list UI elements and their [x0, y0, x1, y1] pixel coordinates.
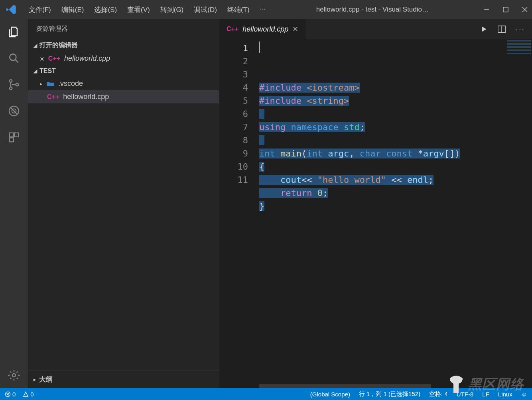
svg-rect-8 — [14, 133, 18, 137]
split-editor-icon[interactable] — [497, 25, 506, 34]
horizontal-scrollbar[interactable] — [259, 384, 431, 388]
open-editors-label: 打开的编辑器 — [39, 41, 78, 50]
chevron-down-icon: ◢ — [33, 43, 37, 48]
chevron-down-icon: ◢ — [33, 68, 37, 74]
main-area: 资源管理器 ◢ 打开的编辑器 ✕ C++ helloworld.cpp ◢ TE… — [0, 19, 532, 388]
file-item-helloworld[interactable]: C++ helloworld.cpp — [28, 90, 219, 103]
chevron-right-icon: ▸ — [40, 81, 42, 87]
menu-debug[interactable]: 调试(D) — [190, 4, 221, 16]
menu-go[interactable]: 转到(G) — [156, 4, 188, 16]
activity-settings[interactable] — [7, 368, 21, 382]
line-gutter: 1234567891011 — [219, 39, 259, 388]
sidebar-explorer: 资源管理器 ◢ 打开的编辑器 ✕ C++ helloworld.cpp ◢ TE… — [28, 19, 219, 388]
tab-label: helloworld.cpp — [242, 25, 288, 34]
folder-name: .vscode — [58, 79, 83, 88]
code-editor[interactable]: 1234567891011 #include <iostream>#includ… — [219, 39, 532, 388]
svg-point-4 — [16, 83, 19, 86]
status-bar: 0 0 (Global Scope) 行 1，列 1 (已选择152) 空格: … — [0, 388, 532, 400]
file-name: helloworld.cpp — [63, 93, 109, 101]
window-controls — [483, 6, 528, 13]
activity-explorer[interactable] — [7, 25, 21, 39]
vscode-logo-icon — [6, 4, 17, 15]
open-editor-name: helloworld.cpp — [64, 54, 110, 63]
activity-extensions[interactable] — [7, 130, 21, 145]
status-warnings[interactable]: 0 — [23, 391, 33, 398]
tree: ◢ 打开的编辑器 ✕ C++ helloworld.cpp ◢ TEST ▸ .… — [28, 39, 219, 103]
extensions-icon — [8, 131, 20, 143]
error-count: 0 — [12, 391, 16, 398]
svg-rect-0 — [503, 7, 508, 12]
menu-view[interactable]: 查看(V) — [123, 4, 154, 16]
section-workspace[interactable]: ◢ TEST — [28, 65, 219, 77]
activity-debug[interactable] — [7, 104, 21, 118]
open-editor-item[interactable]: ✕ C++ helloworld.cpp — [28, 52, 219, 65]
menu-bar: 文件(F) 编辑(E) 选择(S) 查看(V) 转到(G) 调试(D) 终端(T… — [25, 4, 270, 16]
svg-rect-7 — [10, 133, 14, 137]
gear-icon — [8, 369, 20, 382]
run-icon[interactable] — [480, 25, 488, 33]
text-cursor — [259, 42, 260, 53]
debug-disabled-icon — [8, 105, 20, 117]
svg-rect-9 — [10, 138, 14, 142]
minimize-icon[interactable] — [483, 6, 490, 13]
files-icon — [8, 26, 20, 38]
menu-overflow[interactable]: ··· — [256, 4, 270, 16]
cpp-icon: C++ — [47, 93, 59, 101]
error-icon — [5, 391, 11, 397]
workspace-name: TEST — [39, 67, 56, 75]
svg-point-3 — [10, 87, 12, 90]
search-icon — [8, 52, 20, 65]
close-icon[interactable] — [522, 6, 528, 13]
svg-point-1 — [10, 54, 16, 60]
tab-close-icon[interactable]: ✕ — [292, 25, 298, 34]
status-feedback[interactable]: ☺ — [521, 391, 527, 398]
status-lang[interactable]: Linux — [498, 391, 512, 398]
menu-terminal[interactable]: 终端(T) — [223, 4, 254, 16]
editor-actions: ··· — [480, 19, 532, 39]
titlebar: 文件(F) 编辑(E) 选择(S) 查看(V) 转到(G) 调试(D) 终端(T… — [0, 0, 532, 19]
chevron-right-icon: ▸ — [33, 377, 36, 382]
activity-scm[interactable] — [7, 77, 21, 92]
more-actions-icon[interactable]: ··· — [516, 25, 525, 34]
activity-bar — [0, 19, 28, 388]
tabs-bar: C++ helloworld.cpp ✕ ··· — [219, 19, 532, 39]
svg-point-2 — [10, 79, 12, 82]
menu-file[interactable]: 文件(F) — [25, 4, 55, 16]
code-lines[interactable]: #include <iostream>#include <string> usi… — [259, 39, 532, 388]
status-indent[interactable]: 空格: 4 — [429, 390, 448, 398]
window-title: helloworld.cpp - test - Visual Studio… — [270, 6, 475, 14]
maximize-icon[interactable] — [502, 6, 509, 13]
status-scope[interactable]: (Global Scope) — [310, 391, 350, 398]
tab-helloworld[interactable]: C++ helloworld.cpp ✕ — [219, 19, 305, 39]
status-errors[interactable]: 0 — [5, 391, 16, 398]
warning-count: 0 — [30, 391, 33, 398]
section-outline[interactable]: ▸ 大纲 — [28, 370, 219, 388]
close-dirty-icon[interactable]: ✕ — [40, 54, 44, 63]
activity-search[interactable] — [7, 51, 21, 65]
cpp-icon: C++ — [48, 55, 60, 62]
cpp-icon: C++ — [227, 26, 238, 33]
svg-point-10 — [12, 374, 16, 377]
section-open-editors[interactable]: ◢ 打开的编辑器 — [28, 39, 219, 52]
status-cursor[interactable]: 行 1，列 1 (已选择152) — [359, 390, 420, 398]
sidebar-title: 资源管理器 — [28, 19, 219, 39]
outline-label: 大纲 — [39, 375, 53, 384]
source-control-icon — [8, 78, 20, 91]
status-eol[interactable]: LF — [482, 391, 489, 398]
folder-icon — [46, 81, 54, 87]
folder-item-vscode[interactable]: ▸ .vscode — [28, 77, 219, 90]
menu-selection[interactable]: 选择(S) — [90, 4, 121, 16]
minimap[interactable] — [507, 40, 531, 56]
editor-group: C++ helloworld.cpp ✕ ··· 1234567891011 #… — [219, 19, 532, 388]
status-encoding[interactable]: UTF-8 — [457, 391, 474, 398]
menu-edit[interactable]: 编辑(E) — [57, 4, 88, 16]
warning-icon — [23, 391, 29, 397]
